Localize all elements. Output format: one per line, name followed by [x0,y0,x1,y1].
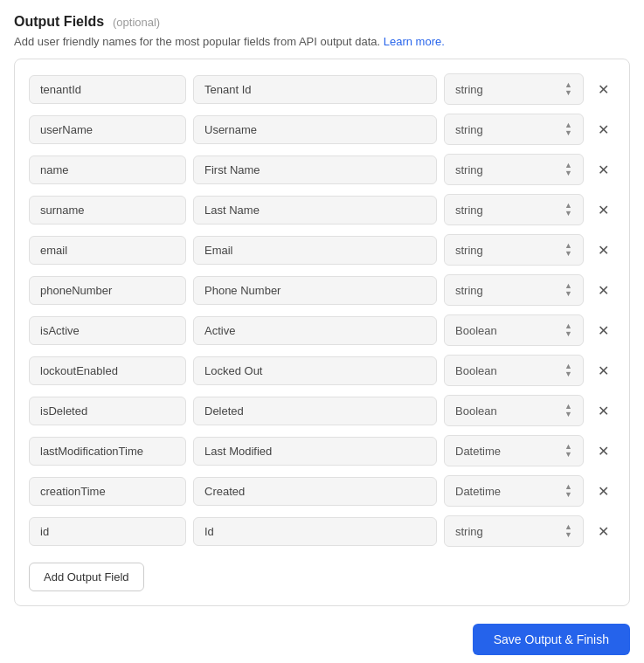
type-arrows-icon: ▲▼ [564,202,572,218]
field-label: Username [193,115,437,144]
table-row: creationTime Created Datetime ▲▼ ✕ [29,475,615,507]
field-label: Id [193,517,437,546]
field-type-select[interactable]: string ▲▼ [444,515,584,547]
field-key: tenantId [29,75,186,104]
type-arrows-icon: ▲▼ [564,523,572,539]
field-type-value: string [455,244,483,257]
table-row: tenantId Tenant Id string ▲▼ ✕ [29,73,615,105]
remove-field-button[interactable]: ✕ [591,118,615,142]
remove-field-button[interactable]: ✕ [591,238,615,262]
table-row: surname Last Name string ▲▼ ✕ [29,194,615,225]
type-arrows-icon: ▲▼ [564,443,572,459]
type-arrows-icon: ▲▼ [564,322,572,338]
subtitle: Add user friendly names for the most pop… [14,35,630,48]
field-key: userName [29,115,186,144]
type-arrows-icon: ▲▼ [564,242,572,258]
remove-field-button[interactable]: ✕ [591,399,615,423]
field-key: email [29,236,186,265]
field-type-value: string [455,284,483,297]
field-type-select[interactable]: string ▲▼ [444,114,584,145]
table-row: id Id string ▲▼ ✕ [29,515,615,547]
field-label: Last Modified [193,437,437,466]
table-row: email Email string ▲▼ ✕ [29,234,615,266]
type-arrows-icon: ▲▼ [564,363,572,378]
field-type-select[interactable]: Boolean ▲▼ [444,314,584,346]
table-row: name First Name string ▲▼ ✕ [29,154,615,185]
fields-container: tenantId Tenant Id string ▲▼ ✕ userName … [14,59,630,606]
table-row: phoneNumber Phone Number string ▲▼ ✕ [29,274,615,306]
remove-field-button[interactable]: ✕ [591,158,615,182]
type-arrows-icon: ▲▼ [564,81,572,97]
field-type-value: string [455,83,483,96]
remove-field-button[interactable]: ✕ [591,439,615,463]
table-row: lastModificationTime Last Modified Datet… [29,435,615,466]
field-type-select[interactable]: string ▲▼ [444,234,584,266]
field-key: phoneNumber [29,276,186,305]
footer: Save Output & Finish [14,624,630,655]
field-type-value: Boolean [455,364,497,377]
learn-more-link[interactable]: Learn more. [384,35,445,48]
remove-field-button[interactable]: ✕ [591,359,615,383]
page-header: Output Fields (optional) Add user friend… [14,14,630,48]
field-key: isDeleted [29,397,186,425]
remove-field-button[interactable]: ✕ [591,279,615,302]
field-label: Email [193,236,437,265]
field-type-select[interactable]: Boolean ▲▼ [444,395,584,426]
field-label: Created [193,477,437,506]
field-type-value: string [455,525,483,538]
field-type-select[interactable]: string ▲▼ [444,154,584,185]
add-output-field-button[interactable]: Add Output Field [29,563,144,591]
field-type-value: string [455,163,483,176]
field-type-select[interactable]: Datetime ▲▼ [444,475,584,507]
field-key: isActive [29,316,186,345]
field-type-value: Datetime [455,485,501,498]
remove-field-button[interactable]: ✕ [591,78,615,101]
remove-field-button[interactable]: ✕ [591,198,615,222]
field-label: Deleted [193,397,437,425]
field-label: Tenant Id [193,75,437,104]
page-title: Output Fields [14,14,104,29]
field-type-select[interactable]: string ▲▼ [444,73,584,105]
field-type-select[interactable]: string ▲▼ [444,194,584,225]
field-type-value: Boolean [455,404,497,418]
fields-list: tenantId Tenant Id string ▲▼ ✕ userName … [29,73,615,547]
field-label: Last Name [193,196,437,224]
type-arrows-icon: ▲▼ [564,403,572,418]
field-key: name [29,155,186,184]
field-key: lockoutEnabled [29,356,186,385]
field-label: Phone Number [193,276,437,305]
table-row: isActive Active Boolean ▲▼ ✕ [29,314,615,346]
field-type-value: string [455,123,483,136]
save-output-button[interactable]: Save Output & Finish [473,624,630,655]
field-label: Locked Out [193,356,437,385]
table-row: isDeleted Deleted Boolean ▲▼ ✕ [29,395,615,426]
field-type-value: Datetime [455,445,501,458]
field-key: lastModificationTime [29,437,186,466]
type-arrows-icon: ▲▼ [564,282,572,298]
field-type-select[interactable]: Boolean ▲▼ [444,355,584,386]
field-type-select[interactable]: string ▲▼ [444,274,584,306]
remove-field-button[interactable]: ✕ [591,480,615,503]
table-row: userName Username string ▲▼ ✕ [29,114,615,145]
remove-field-button[interactable]: ✕ [591,520,615,543]
type-arrows-icon: ▲▼ [564,162,572,177]
field-label: First Name [193,155,437,184]
remove-field-button[interactable]: ✕ [591,319,615,342]
optional-label: (optional) [113,16,160,29]
field-type-select[interactable]: Datetime ▲▼ [444,435,584,466]
field-label: Active [193,316,437,345]
type-arrows-icon: ▲▼ [564,483,572,499]
field-key: id [29,517,186,546]
type-arrows-icon: ▲▼ [564,121,572,137]
table-row: lockoutEnabled Locked Out Boolean ▲▼ ✕ [29,355,615,386]
field-key: creationTime [29,477,186,506]
field-type-value: string [455,204,483,217]
field-key: surname [29,196,186,224]
field-type-value: Boolean [455,324,497,337]
